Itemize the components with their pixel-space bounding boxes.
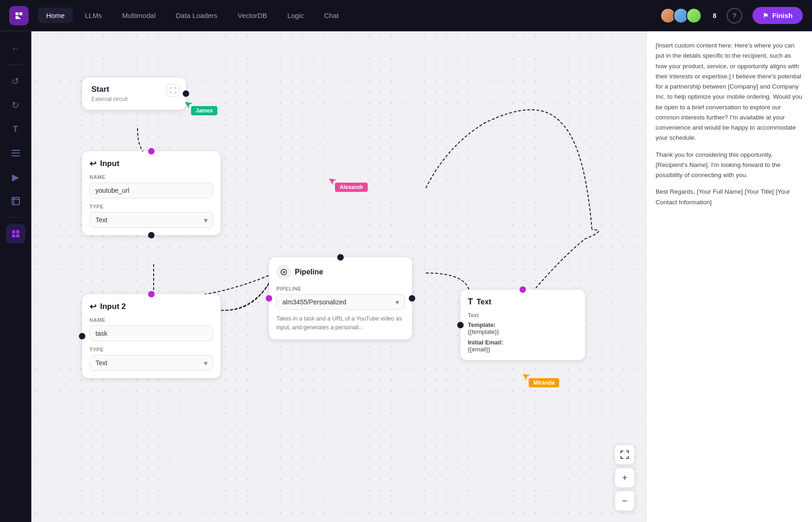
alexandr-cursor: Alexandr xyxy=(328,176,338,187)
james-label: James xyxy=(191,106,217,115)
zoom-in-button[interactable]: + xyxy=(615,468,635,488)
tab-llms[interactable]: LLMs xyxy=(77,8,110,23)
tab-data-loaders[interactable]: Data Loaders xyxy=(167,8,226,23)
divider xyxy=(8,65,23,65)
top-navigation: Home LLMs Multimodal Data Loaders Vector… xyxy=(0,0,812,31)
svg-rect-8 xyxy=(12,234,15,237)
user-count: 8 xyxy=(713,12,716,19)
zoom-out-button[interactable]: − xyxy=(615,491,635,511)
text-node: T Text Text Template: {{template}} Initi… xyxy=(460,290,585,360)
right-panel-content: [Insert custom content here: Here's wher… xyxy=(656,41,803,208)
canvas-tool-button[interactable] xyxy=(6,224,25,243)
text-icon: T xyxy=(468,297,473,307)
text-node-title: Text xyxy=(477,298,491,306)
input2-node: ↩ Input 2 NAME TYPE Text xyxy=(82,294,221,378)
text-tool-button[interactable]: T xyxy=(6,119,25,139)
connector-dot-left xyxy=(79,333,85,339)
pipeline-dot-top xyxy=(337,254,344,261)
text-section-label: Text xyxy=(468,312,578,319)
svg-marker-11 xyxy=(283,271,286,273)
alexandr-label: Alexandr xyxy=(335,183,368,192)
help-button[interactable]: ? xyxy=(727,8,742,24)
connector-dot-top xyxy=(148,148,155,154)
user-avatars xyxy=(660,8,699,24)
text-node-header: T Text xyxy=(468,297,578,307)
input2-title: ↩ Input 2 xyxy=(90,302,213,312)
pipeline-description: Takes in a task and a URL of a YouTube v… xyxy=(276,314,405,332)
expand-button[interactable]: ⛶ xyxy=(167,84,179,97)
tab-home[interactable]: Home xyxy=(38,8,73,23)
input1-name-label: NAME xyxy=(90,174,213,180)
avatar xyxy=(686,8,702,24)
divider xyxy=(8,217,23,218)
input1-type-select[interactable]: Text xyxy=(90,212,213,228)
input2-name-field[interactable] xyxy=(90,326,213,341)
pipeline-header: Pipeline xyxy=(276,265,405,279)
tab-logic[interactable]: Logic xyxy=(279,8,312,23)
start-node: Start External circuit ⛶ xyxy=(82,77,186,110)
svg-rect-7 xyxy=(16,230,19,233)
pipeline-select[interactable]: alm3455/Personalized xyxy=(276,294,405,310)
right-panel-para-2: Thank you for considering this opportuni… xyxy=(656,150,803,181)
svg-rect-3 xyxy=(12,197,19,205)
svg-rect-0 xyxy=(12,150,20,151)
play-button[interactable]: ▶ xyxy=(6,167,25,187)
input2-name-label: NAME xyxy=(90,317,213,323)
pipeline-node: Pipeline PIPELINE alm3455/Personalized T… xyxy=(269,257,412,339)
text-email: Initial Email: {{email}} xyxy=(468,339,578,353)
undo-button[interactable]: ↺ xyxy=(6,71,25,91)
miranda-cursor: Miranda xyxy=(522,372,531,383)
start-node-subtitle: External circuit xyxy=(91,96,158,102)
fullscreen-button[interactable] xyxy=(615,445,635,465)
svg-rect-1 xyxy=(12,153,20,154)
input1-name-field[interactable] xyxy=(90,183,213,198)
pipeline-connector-right xyxy=(409,295,415,302)
pipeline-label: PIPELINE xyxy=(276,286,405,291)
connector-dot-bottom xyxy=(148,232,155,238)
crop-button[interactable] xyxy=(6,191,25,211)
text-connector-left xyxy=(457,322,464,328)
james-cursor: James xyxy=(185,100,194,111)
text-template: Template: {{template}} xyxy=(468,321,578,335)
start-node-title: Start xyxy=(91,85,158,94)
left-sidebar: ← ↺ ↻ T ▶ xyxy=(0,31,31,522)
svg-rect-6 xyxy=(12,230,15,233)
pipeline-title: Pipeline xyxy=(295,268,323,276)
input1-node: ↩ Input NAME TYPE Text xyxy=(82,151,221,235)
right-panel: [Insert custom content here: Here's wher… xyxy=(646,31,812,522)
right-panel-para-1: [Insert custom content here: Here's wher… xyxy=(656,41,803,143)
tab-chat[interactable]: Chat xyxy=(316,8,347,23)
app-logo[interactable] xyxy=(9,6,29,25)
input2-type-label: TYPE xyxy=(90,347,213,352)
canvas-area[interactable]: Start External circuit ⛶ ↩ Input NAME TY… xyxy=(31,31,646,522)
miranda-label: Miranda xyxy=(529,378,559,387)
right-panel-para-3: Best Regards, [Your Full Name] [Your Tit… xyxy=(656,187,803,208)
pipeline-connector-left xyxy=(266,295,272,302)
svg-rect-2 xyxy=(12,155,20,156)
redo-button[interactable]: ↻ xyxy=(6,95,25,115)
input2-type-select[interactable]: Text xyxy=(90,355,213,371)
list-tool-button[interactable] xyxy=(6,143,25,163)
tab-multimodal[interactable]: Multimodal xyxy=(114,8,164,23)
connector-dot-top2 xyxy=(148,291,155,297)
input1-type-label: TYPE xyxy=(90,204,213,209)
back-button[interactable]: ← xyxy=(6,39,25,58)
tab-vectordb[interactable]: VectorDB xyxy=(229,8,275,23)
zoom-controls: + − xyxy=(615,445,635,511)
main-layout: ← ↺ ↻ T ▶ xyxy=(0,31,812,522)
finish-button[interactable]: Finish xyxy=(752,7,803,24)
text-connector-top xyxy=(519,286,526,293)
connector-dot xyxy=(183,90,189,97)
pipeline-icon xyxy=(276,265,291,279)
svg-rect-9 xyxy=(16,234,19,237)
input1-title: ↩ Input xyxy=(90,159,213,169)
